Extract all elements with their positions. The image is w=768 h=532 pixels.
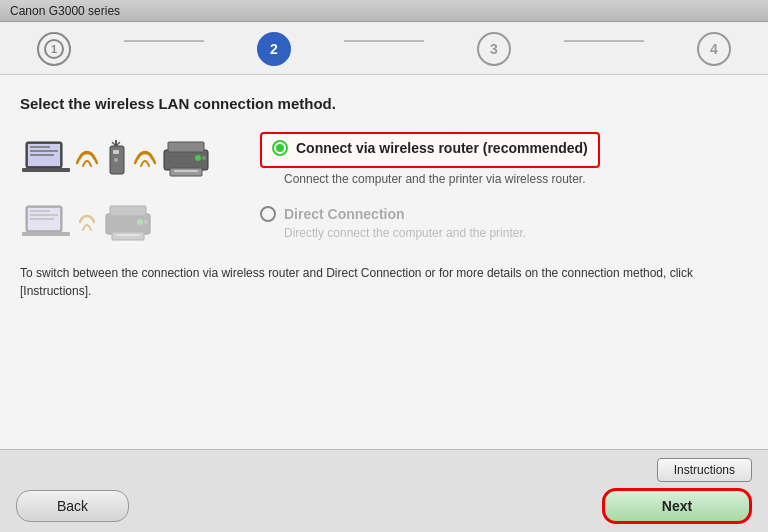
svg-point-10 bbox=[114, 158, 118, 162]
option-1-label: Connect via wireless router (recommended… bbox=[272, 140, 588, 156]
svg-rect-23 bbox=[30, 210, 50, 212]
printer-icon-1 bbox=[160, 138, 212, 180]
step-1: 1 bbox=[0, 32, 124, 66]
option-1-icons bbox=[20, 138, 240, 180]
step-line-1-2 bbox=[124, 40, 204, 42]
step-circle-1: 1 bbox=[37, 32, 71, 66]
nav-row: Back Next bbox=[16, 488, 752, 524]
svg-rect-7 bbox=[30, 154, 54, 156]
next-button[interactable]: Next bbox=[602, 488, 752, 524]
option-direct-connection[interactable]: Direct Connection Directly connect the c… bbox=[20, 202, 748, 244]
options-area: Connect via wireless router (recommended… bbox=[20, 132, 748, 244]
main-window: 1 2 3 4 bbox=[0, 22, 768, 532]
svg-text:1: 1 bbox=[51, 43, 57, 55]
option-2-title: Direct Connection bbox=[284, 206, 405, 222]
step-indicator: 1 2 3 4 bbox=[0, 22, 768, 75]
svg-point-31 bbox=[144, 220, 148, 224]
svg-rect-5 bbox=[30, 146, 50, 148]
wifi-waves-icon-3 bbox=[76, 208, 98, 238]
svg-rect-22 bbox=[22, 232, 70, 236]
svg-rect-9 bbox=[113, 150, 119, 154]
svg-rect-26 bbox=[106, 214, 150, 234]
svg-rect-24 bbox=[30, 214, 58, 216]
router-icon bbox=[102, 138, 130, 180]
wifi-waves-icon-2 bbox=[134, 144, 156, 174]
bottom-area: Instructions Back Next bbox=[0, 449, 768, 532]
svg-rect-4 bbox=[22, 168, 70, 172]
section-title: Select the wireless LAN connection metho… bbox=[20, 95, 748, 112]
steps-container: 1 2 3 4 bbox=[0, 32, 768, 66]
instructions-row: Instructions bbox=[16, 458, 752, 482]
svg-rect-15 bbox=[168, 142, 204, 152]
svg-rect-17 bbox=[174, 170, 198, 172]
laptop-icon-2 bbox=[20, 202, 72, 244]
step-3: 3 bbox=[424, 32, 564, 66]
svg-rect-6 bbox=[30, 150, 58, 152]
option-2-desc: Directly connect the computer and the pr… bbox=[284, 226, 748, 240]
title-text: Canon G3000 series bbox=[10, 4, 120, 18]
content-area: Select the wireless LAN connection metho… bbox=[0, 75, 768, 449]
svg-rect-14 bbox=[164, 150, 208, 170]
step-2: 2 bbox=[204, 32, 344, 66]
radio-wireless[interactable] bbox=[272, 140, 288, 156]
step-circle-2: 2 bbox=[257, 32, 291, 66]
radio-direct[interactable] bbox=[260, 206, 276, 222]
svg-rect-27 bbox=[110, 206, 146, 216]
option-1-title: Connect via wireless router (recommended… bbox=[296, 140, 588, 156]
instructions-button[interactable]: Instructions bbox=[657, 458, 752, 482]
step-3-label: 3 bbox=[490, 41, 498, 57]
svg-rect-29 bbox=[116, 234, 140, 236]
svg-point-30 bbox=[137, 219, 143, 225]
option-1-desc: Connect the computer and the printer via… bbox=[284, 172, 748, 186]
svg-point-18 bbox=[195, 155, 201, 161]
option-2-label: Direct Connection bbox=[260, 206, 748, 222]
option-2-text: Direct Connection Directly connect the c… bbox=[260, 206, 748, 240]
svg-rect-25 bbox=[30, 218, 54, 220]
printer-icon-2 bbox=[102, 202, 154, 244]
info-text: To switch between the connection via wir… bbox=[20, 264, 748, 300]
back-button[interactable]: Back bbox=[16, 490, 129, 522]
step-line-2-3 bbox=[344, 40, 424, 42]
step-4: 4 bbox=[644, 32, 768, 66]
title-bar: Canon G3000 series bbox=[0, 0, 768, 22]
step-2-label: 2 bbox=[270, 41, 278, 57]
option-2-icons bbox=[20, 202, 240, 244]
step-circle-4: 4 bbox=[697, 32, 731, 66]
step-4-label: 4 bbox=[710, 41, 718, 57]
wifi-waves-icon-1 bbox=[76, 144, 98, 174]
svg-point-19 bbox=[202, 156, 206, 160]
step-line-3-4 bbox=[564, 40, 644, 42]
option-1-text: Connect via wireless router (recommended… bbox=[260, 132, 748, 186]
option-wireless-router[interactable]: Connect via wireless router (recommended… bbox=[20, 132, 748, 186]
option-1-selected-box[interactable]: Connect via wireless router (recommended… bbox=[260, 132, 600, 168]
laptop-icon-1 bbox=[20, 138, 72, 180]
step-circle-3: 3 bbox=[477, 32, 511, 66]
